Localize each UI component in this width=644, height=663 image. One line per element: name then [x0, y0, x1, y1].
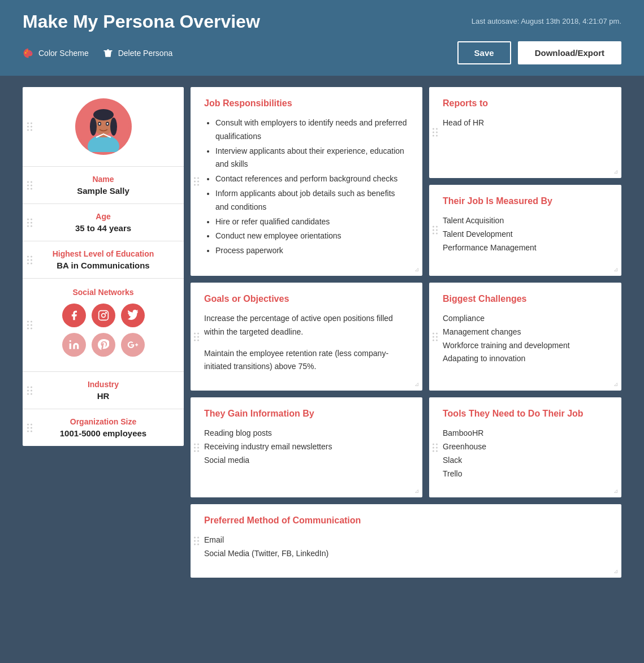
svg-point-13 — [98, 123, 100, 125]
social-icons-bottom — [34, 333, 172, 357]
goals-card: Goals or Objectives Increase the percent… — [191, 283, 422, 391]
reports-to-content: Head of HR — [443, 116, 608, 130]
avatar-drag-handle — [27, 123, 32, 131]
age-block: Age 35 to 44 years — [23, 204, 184, 241]
svg-point-18 — [69, 340, 71, 342]
linkedin-icon[interactable] — [62, 333, 86, 357]
list-item: Reading blog posts — [204, 427, 409, 440]
gain-info-resize-handle[interactable]: ⊿ — [414, 488, 419, 494]
delete-persona-label: Delete Persona — [118, 49, 173, 58]
list-item: Talent Acquisition — [443, 214, 608, 228]
measured-by-content: Talent AcquisitionTalent DevelopmentPerf… — [443, 214, 608, 254]
list-item: Hire or refer qualified candidates — [215, 215, 409, 229]
instagram-icon[interactable] — [92, 304, 115, 327]
job-responsibilities-drag — [194, 177, 199, 185]
social-label: Social Networks — [34, 288, 172, 297]
measured-by-drag — [433, 226, 438, 235]
cards-row-3: They Gain Information By Reading blog po… — [191, 397, 621, 497]
list-item: Interview applicants about their experie… — [215, 145, 409, 172]
color-scheme-label: Color Scheme — [38, 49, 89, 58]
autosave-text: Last autosave: August 13th 2018, 4:21:07… — [472, 17, 621, 25]
list-item: Social Media (Twitter, FB, LinkedIn) — [204, 547, 608, 561]
tools-card: Tools They Need to Do Their Job BambooHR… — [429, 397, 621, 497]
tools-title: Tools They Need to Do Their Job — [443, 409, 608, 419]
list-item: Email — [204, 534, 608, 547]
org-size-label: Organization Size — [34, 417, 172, 426]
org-size-block: Organization Size 1001-5000 employees — [23, 409, 184, 446]
page-title: Make My Persona Overview — [23, 11, 260, 32]
list-item: Consult with employers to identify needs… — [215, 116, 409, 144]
avatar-section — [23, 87, 184, 167]
name-drag-handle — [27, 181, 32, 189]
list-item: BambooHR — [443, 427, 608, 440]
job-responsibilities-content: Consult with employers to identify needs… — [204, 116, 409, 258]
name-value: Sample Sally — [34, 186, 172, 196]
header: Make My Persona Overview Last autosave: … — [0, 0, 644, 76]
gain-info-content: Reading blog postsReceiving industry ema… — [204, 427, 409, 467]
social-section: Social Networks — [23, 279, 184, 372]
tools-content: BambooHRGreenhouseSlackTrello — [443, 427, 608, 480]
goals-resize-handle[interactable]: ⊿ — [414, 381, 419, 387]
org-size-value: 1001-5000 employees — [34, 428, 172, 438]
svg-point-0 — [25, 52, 27, 54]
measured-by-resize-handle[interactable]: ⊿ — [613, 266, 618, 272]
list-item: Trello — [443, 467, 608, 481]
list-item: Contact references and perform backgroun… — [215, 172, 409, 186]
list-item: Greenhouse — [443, 440, 608, 454]
header-top: Make My Persona Overview Last autosave: … — [23, 11, 621, 41]
svg-point-1 — [27, 50, 28, 52]
list-item: Workforce training and development — [443, 339, 608, 353]
list-item: Performance Management — [443, 241, 608, 255]
list-item: Compliance — [443, 312, 608, 326]
download-button[interactable]: Download/Export — [518, 41, 621, 64]
name-label: Name — [34, 175, 172, 184]
measured-by-title: Their Job Is Measured By — [443, 196, 608, 206]
list-item: Talent Development — [443, 228, 608, 241]
education-drag-handle — [27, 255, 32, 264]
communication-title: Preferred Method of Communication — [204, 515, 608, 526]
challenges-card: Biggest Challenges ComplianceManagement … — [429, 283, 621, 391]
svg-point-9 — [90, 118, 97, 136]
pinterest-icon[interactable] — [92, 333, 115, 357]
challenges-drag — [433, 332, 438, 341]
age-value: 35 to 44 years — [34, 223, 172, 233]
reports-to-resize-handle[interactable]: ⊿ — [613, 168, 618, 175]
measured-by-card: Their Job Is Measured By Talent Acquisit… — [429, 185, 621, 276]
goals-title: Goals or Objectives — [204, 294, 409, 304]
tools-resize-handle[interactable]: ⊿ — [613, 488, 618, 494]
list-item: Slack — [443, 454, 608, 467]
left-sidebar: Name Sample Sally Age 35 to 44 years Hig… — [23, 87, 184, 446]
challenges-content: ComplianceManagement changesWorkforce tr… — [443, 312, 608, 366]
goals-text1: Increase the percentage of active open p… — [204, 312, 409, 339]
delete-persona-button[interactable]: Delete Persona — [102, 47, 173, 59]
trash-icon — [102, 47, 114, 59]
age-label: Age — [34, 212, 172, 221]
main-content: Name Sample Sally Age 35 to 44 years Hig… — [0, 76, 644, 600]
job-responsibilities-resize-handle[interactable]: ⊿ — [414, 266, 419, 272]
social-icons-top — [34, 304, 172, 327]
challenges-resize-handle[interactable]: ⊿ — [613, 381, 618, 387]
list-item: Management changes — [443, 326, 608, 339]
tools-drag — [433, 443, 438, 452]
industry-drag-handle — [27, 386, 32, 395]
svg-point-16 — [101, 314, 105, 318]
communication-resize-handle[interactable]: ⊿ — [613, 568, 618, 574]
toolbar-right: Save Download/Export — [457, 41, 621, 64]
industry-label: Industry — [34, 380, 172, 389]
list-item: Conduct new employee orientations — [215, 229, 409, 243]
cards-row-1: Job Responsibilities Consult with employ… — [191, 87, 621, 276]
color-scheme-button[interactable]: Color Scheme — [23, 47, 89, 59]
save-button[interactable]: Save — [457, 41, 511, 64]
twitter-icon[interactable] — [121, 304, 145, 327]
toolbar-left: Color Scheme Delete Persona — [23, 47, 172, 59]
age-drag-handle — [27, 218, 32, 227]
name-block: Name Sample Sally — [23, 167, 184, 204]
svg-rect-15 — [98, 311, 108, 320]
svg-point-3 — [30, 52, 32, 54]
facebook-icon[interactable] — [62, 304, 86, 327]
google-plus-icon[interactable] — [121, 333, 145, 357]
svg-point-14 — [106, 123, 108, 125]
right-cards-col: Reports to Head of HR ⊿ Their Job Is Mea… — [429, 87, 621, 276]
gain-info-card: They Gain Information By Reading blog po… — [191, 397, 422, 497]
avatar-image — [78, 101, 129, 152]
